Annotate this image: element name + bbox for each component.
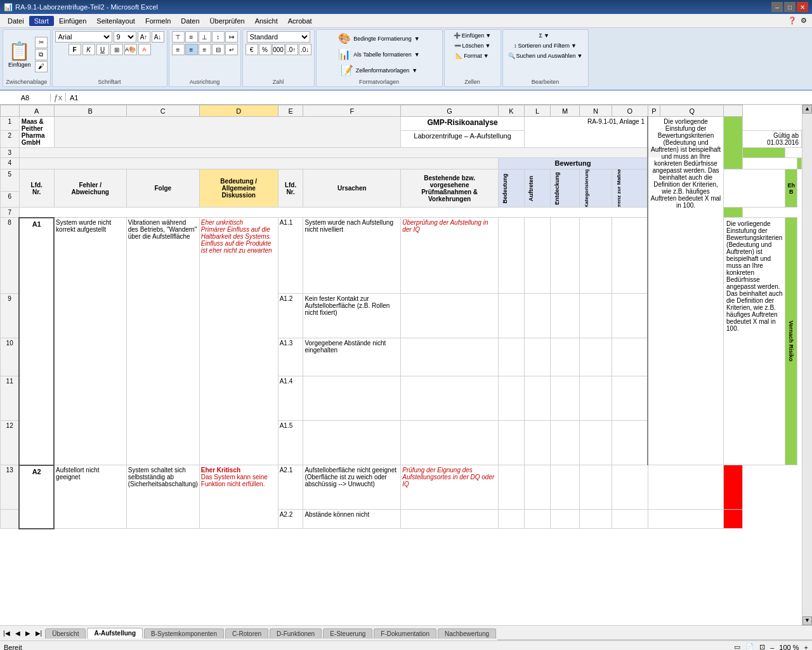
menu-datei[interactable]: Datei	[3, 16, 29, 26]
zoom-out-btn[interactable]: –	[770, 644, 774, 651]
align-bottom-btn[interactable]: ⊥	[199, 31, 211, 43]
font-family-select[interactable]: Arial	[55, 31, 112, 43]
cell-e-a12[interactable]: A1.2	[278, 294, 303, 338]
cell-c1-folge[interactable]: Vibrationen während des Betriebs, "Wande…	[126, 218, 199, 465]
align-middle-btn[interactable]: ≡	[185, 31, 198, 43]
cell-a2-id[interactable]: A2	[19, 465, 54, 529]
align-right-btn[interactable]: ≡	[199, 44, 211, 55]
menu-start[interactable]: Start	[29, 16, 54, 26]
wrap-text-btn[interactable]: ↵	[225, 44, 238, 55]
find-select-btn[interactable]: 🔍Suchen und Auswählen▼	[506, 51, 586, 60]
font-color-btn[interactable]: A	[138, 44, 151, 55]
col-header-b[interactable]: B	[54, 105, 126, 117]
menu-einfuegen[interactable]: Einfügen	[54, 16, 91, 26]
cell-f-a21[interactable]: Aufstelloberfläche nicht geeignet (Oberf…	[303, 465, 401, 510]
col-header-a[interactable]: A	[19, 105, 54, 117]
col-header-f[interactable]: F	[303, 105, 401, 117]
border-button[interactable]: ⊞	[110, 44, 123, 55]
maximize-btn[interactable]: □	[784, 2, 796, 12]
sheet-prev-btn[interactable]: ◀	[13, 630, 22, 637]
align-top-btn[interactable]: ⊤	[172, 31, 185, 43]
scroll-down-btn[interactable]: ▼	[802, 616, 812, 625]
sheet-tab-steuerung[interactable]: E-Steuerung	[323, 628, 372, 639]
merge-btn[interactable]: ⊟	[212, 44, 225, 55]
cell-f-a11[interactable]: System wurde nach Aufstellung nicht nive…	[303, 218, 401, 294]
cell-g-a12[interactable]	[401, 294, 499, 338]
menu-seitenlayout[interactable]: Seitenlayout	[91, 16, 140, 26]
col-header-l[interactable]: L	[525, 105, 551, 117]
indent-btn[interactable]: ↦	[225, 31, 238, 43]
fill-color-btn[interactable]: A🎨	[124, 44, 137, 55]
cell-f-a12[interactable]: Kein fester Kontakt zur Aufstelloberfläc…	[303, 294, 401, 338]
cell-e-a13[interactable]: A1.3	[278, 338, 303, 376]
sheet-tab-aufstellung[interactable]: A-Aufstellung	[87, 628, 143, 639]
cell-d2-bedeutung[interactable]: Eher Kritisch Das System kann seine Funk…	[199, 465, 278, 529]
cell-f-a13[interactable]: Vorgegebene Abstände nicht eingehalten	[303, 338, 401, 376]
sheet-first-btn[interactable]: |◀	[1, 630, 12, 637]
increase-dec-btn[interactable]: .0↑	[285, 44, 298, 55]
cell-d1-bedeutung[interactable]: Eher unkritisch Primärer Einfluss auf di…	[199, 218, 278, 465]
formula-content[interactable]: A1	[66, 94, 812, 102]
text-direction-btn[interactable]: ↕	[212, 31, 225, 43]
cell-reference[interactable]: A8	[0, 94, 51, 102]
close-btn[interactable]: ✕	[797, 2, 808, 12]
cell-e-a15[interactable]: A1.5	[278, 421, 303, 465]
col-header-o[interactable]: O	[612, 105, 648, 117]
zoom-in-btn[interactable]: +	[804, 644, 808, 651]
currency-btn[interactable]: €	[246, 44, 258, 55]
col-header-q[interactable]: Q	[660, 105, 724, 117]
sheet-tab-dokumentation[interactable]: F-Dokumentation	[374, 628, 436, 639]
sheet-tab-systemkomponenten[interactable]: B-Systemkomponenten	[144, 628, 224, 639]
col-header-g[interactable]: G	[401, 105, 499, 117]
menu-formeln[interactable]: Formeln	[140, 16, 176, 26]
vertical-scrollbar[interactable]: ▲ ▼	[802, 105, 812, 625]
copy-button[interactable]: ⧉	[35, 49, 48, 60]
underline-button[interactable]: U	[96, 44, 109, 55]
menu-ansicht[interactable]: Ansicht	[250, 16, 283, 26]
format-cells-btn[interactable]: 📐Format▼	[453, 51, 491, 60]
sort-filter-btn[interactable]: ↕Sortieren und Filtern▼	[511, 41, 579, 50]
cell-g-a22[interactable]	[401, 510, 499, 529]
col-header-k[interactable]: K	[499, 105, 525, 117]
options-icon[interactable]: ⚙	[801, 17, 807, 25]
sheet-next-btn[interactable]: ▶	[23, 630, 32, 637]
cell-f-a15[interactable]	[303, 421, 401, 465]
col-header-n[interactable]: N	[580, 105, 612, 117]
cell-a1[interactable]: Maas & Peither Pharma GmbH	[19, 117, 54, 148]
cell-f-a22[interactable]: Abstände können nicht	[303, 510, 401, 529]
cell-c2-folge[interactable]: System schaltet sich selbstständig ab (S…	[126, 465, 199, 529]
cut-button[interactable]: ✂	[35, 37, 48, 48]
sheet-tab-ubersicht[interactable]: Übersicht	[45, 628, 86, 639]
menu-acrobat[interactable]: Acrobat	[283, 16, 317, 26]
view-layout-btn[interactable]: 📄	[745, 643, 754, 650]
thousand-sep-btn[interactable]: 000	[272, 44, 285, 55]
cell-g-a13[interactable]	[401, 338, 499, 376]
cell-e-a11[interactable]: A1.1	[278, 218, 303, 294]
cell-e-a21[interactable]: A2.1	[278, 465, 303, 510]
sheet-last-btn[interactable]: ▶|	[34, 630, 44, 637]
view-break-btn[interactable]: ⊡	[759, 643, 765, 650]
sheet-tab-funktionen[interactable]: D-Funktionen	[270, 628, 322, 639]
menu-ueberpruefen[interactable]: Überprüfen	[205, 16, 250, 26]
decrease-font-btn[interactable]: A↓	[152, 31, 164, 43]
delete-cells-btn[interactable]: ➖Löschen▼	[452, 41, 494, 50]
menu-daten[interactable]: Daten	[176, 16, 204, 26]
align-center-btn[interactable]: ≡	[185, 44, 198, 55]
decrease-dec-btn[interactable]: .0↓	[299, 44, 311, 55]
sheet-tab-nachbewertung[interactable]: Nachbewertung	[438, 628, 496, 639]
col-header-d[interactable]: D	[199, 105, 278, 117]
col-header-e[interactable]: E	[278, 105, 303, 117]
cell-g-a14[interactable]	[401, 376, 499, 421]
insert-cells-btn[interactable]: ➕Einfügen▼	[451, 31, 494, 40]
col-header-m[interactable]: M	[551, 105, 580, 117]
percent-btn[interactable]: %	[259, 44, 272, 55]
minimize-btn[interactable]: –	[771, 2, 783, 12]
cell-styles-btn[interactable]: 📝 Zellenformatvorlagen ▼	[338, 63, 420, 77]
autosum-btn[interactable]: Σ▼	[537, 31, 554, 40]
conditional-format-btn[interactable]: 🎨 Bedingte Formatierung ▼	[336, 31, 422, 46]
col-header-p[interactable]: P	[648, 105, 660, 117]
font-size-select[interactable]: 9	[114, 31, 136, 43]
increase-font-btn[interactable]: A↑	[138, 31, 150, 43]
cell-b2-fehler[interactable]: Aufstellort nicht geeignet	[54, 465, 126, 529]
align-left-btn[interactable]: ≡	[172, 44, 185, 55]
